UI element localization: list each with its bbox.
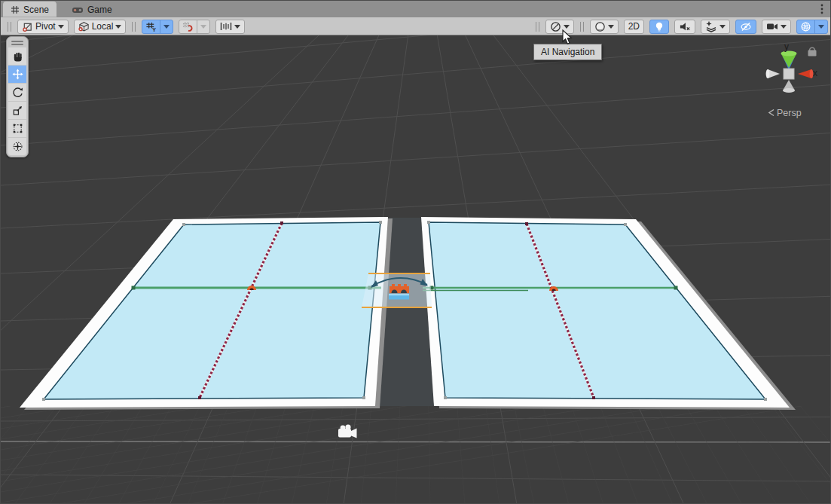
chevron-down-icon <box>200 25 206 29</box>
svg-text:Y: Y <box>152 26 156 32</box>
audio-muted-icon <box>679 21 691 32</box>
overlay-drag-handle[interactable] <box>11 38 23 47</box>
pivot-label: Pivot <box>35 21 56 32</box>
pivot-dropdown[interactable]: Pivot <box>17 20 69 34</box>
chevron-down-icon <box>115 25 121 29</box>
grid-snap-magnet-icon[interactable] <box>179 20 197 33</box>
toolbar-drag-handle[interactable] <box>8 22 11 32</box>
compass-icon <box>550 21 561 32</box>
gamepad-icon <box>72 5 84 14</box>
handle-orientation-dropdown[interactable]: Local <box>74 20 127 34</box>
pivot-icon <box>22 21 33 32</box>
scale-icon <box>12 105 23 116</box>
chevron-down-icon <box>719 25 726 29</box>
navmesh-link-selected[interactable] <box>362 273 432 307</box>
scene-toolbar: Pivot Local <box>1 17 830 35</box>
view-hand-tool[interactable] <box>8 47 26 65</box>
scale-tool[interactable] <box>8 102 26 119</box>
tab-bar: Scene Game <box>1 1 830 17</box>
chevron-down-icon <box>163 25 170 29</box>
gizmo-sphere-icon[interactable] <box>797 20 814 33</box>
scene-visibility-toggle[interactable] <box>735 20 756 34</box>
move-icon <box>12 69 23 80</box>
tab-scene-label: Scene <box>23 5 49 15</box>
lighting-toggle[interactable] <box>649 20 669 34</box>
grid-snap-toggle[interactable] <box>179 20 210 34</box>
video-camera-icon <box>766 21 778 32</box>
scene-grid-icon <box>11 5 20 14</box>
shaded-sphere-icon <box>594 21 606 32</box>
chevron-down-icon <box>234 25 240 29</box>
axis-y-label: y <box>784 41 789 52</box>
unity-scene-view: Scene Game <box>0 0 831 504</box>
rect-icon <box>12 123 23 134</box>
chevron-down-icon <box>781 25 787 29</box>
gizmos-dropdown[interactable] <box>814 20 827 33</box>
grid-visibility-toggle[interactable]: Y <box>142 20 173 34</box>
snap-settings-dropdown[interactable] <box>197 20 209 33</box>
audio-toggle[interactable] <box>674 20 695 34</box>
tools-overlay <box>6 36 29 157</box>
navmesh-link-bridge-icon <box>389 284 409 300</box>
rotate-icon <box>12 87 23 98</box>
chevron-down-icon <box>564 25 570 29</box>
tab-game[interactable]: Game <box>64 2 120 17</box>
draw-mode-dropdown[interactable] <box>590 20 619 34</box>
axis-x-label: x <box>813 68 817 78</box>
hand-icon <box>12 50 23 62</box>
toolbar-drag-handle[interactable] <box>536 22 539 32</box>
projection-label: Persp <box>777 108 802 118</box>
tab-game-label: Game <box>87 5 112 15</box>
local-cube-icon <box>78 21 90 32</box>
scene-viewport[interactable]: y x Persp <box>1 35 830 503</box>
grid-settings-dropdown[interactable] <box>160 20 173 33</box>
gizmo-center-cube[interactable] <box>784 69 794 79</box>
chevron-down-icon <box>818 25 824 29</box>
eye-slash-icon <box>740 21 752 32</box>
kebab-menu-icon[interactable] <box>817 2 827 16</box>
mouse-cursor <box>562 29 573 47</box>
gizmos-toggle[interactable] <box>796 20 828 34</box>
2d-label: 2D <box>628 21 640 32</box>
2d-toggle[interactable]: 2D <box>624 20 644 34</box>
camera-settings-dropdown[interactable] <box>762 20 791 34</box>
transform-tool[interactable] <box>8 138 26 155</box>
tab-scene[interactable]: Scene <box>3 2 57 17</box>
effects-layers-icon <box>705 20 717 32</box>
move-tool[interactable] <box>8 66 26 83</box>
toolbar-drag-handle[interactable] <box>132 22 136 32</box>
chevron-down-icon <box>608 25 614 29</box>
snap-increment-dropdown[interactable] <box>215 20 245 34</box>
toolbar-drag-handle[interactable] <box>580 22 584 32</box>
chevron-down-icon <box>58 25 64 29</box>
grid-axis-y-icon[interactable]: Y <box>142 20 160 33</box>
rotate-tool[interactable] <box>8 84 26 101</box>
tooltip-text: AI Navigation <box>541 47 594 57</box>
effects-dropdown[interactable] <box>701 20 730 34</box>
transform-icon <box>12 141 23 152</box>
orientation-label: Local <box>92 21 114 32</box>
snap-increment-ruler-icon <box>220 21 232 32</box>
lightbulb-icon <box>654 21 664 32</box>
rect-tool[interactable] <box>8 120 26 137</box>
